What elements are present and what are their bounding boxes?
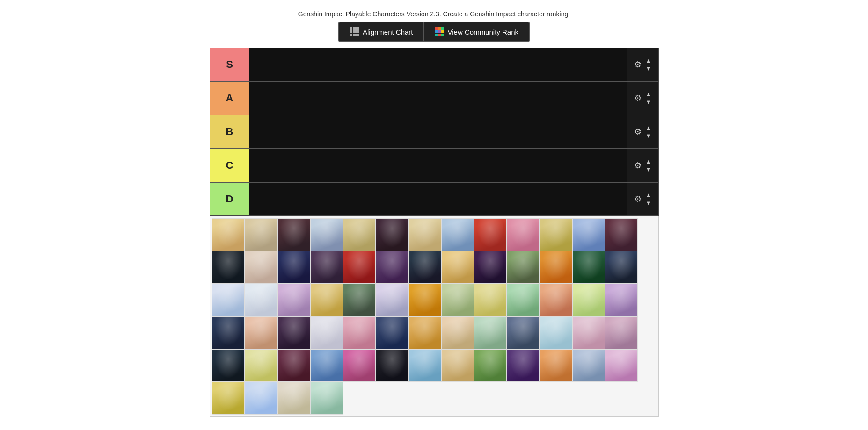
character-slot[interactable] <box>605 284 638 316</box>
character-slot[interactable] <box>212 316 245 349</box>
character-slot[interactable] <box>245 382 277 415</box>
character-slot[interactable] <box>343 349 376 382</box>
character-slot[interactable] <box>474 284 507 316</box>
tier-content-b[interactable] <box>249 115 627 148</box>
character-slot[interactable] <box>441 251 474 284</box>
character-slot[interactable] <box>212 382 245 415</box>
character-slot[interactable] <box>474 218 507 251</box>
settings-d-button[interactable]: ⚙ <box>633 193 642 205</box>
character-slot[interactable] <box>376 218 408 251</box>
settings-a-button[interactable]: ⚙ <box>633 92 642 104</box>
character-slot[interactable] <box>245 349 277 382</box>
character-slot[interactable] <box>343 251 376 284</box>
tier-label-s: S <box>210 48 249 81</box>
tier-row-a: A ⚙ ▲ ▼ <box>210 82 658 115</box>
settings-b-button[interactable]: ⚙ <box>633 126 642 138</box>
up-b-button[interactable]: ▲ <box>645 124 652 132</box>
tier-label-c: C <box>210 149 249 182</box>
down-c-button[interactable]: ▼ <box>645 165 652 173</box>
character-slot[interactable] <box>572 218 605 251</box>
up-c-button[interactable]: ▲ <box>645 158 652 165</box>
character-slot[interactable] <box>441 316 474 349</box>
character-slot[interactable] <box>277 349 310 382</box>
character-slot[interactable] <box>310 316 343 349</box>
down-b-button[interactable]: ▼ <box>645 132 652 140</box>
character-slot[interactable] <box>474 349 507 382</box>
character-slot[interactable] <box>540 218 572 251</box>
character-slot[interactable] <box>277 382 310 415</box>
community-rank-button[interactable]: View Community Rank <box>424 22 530 42</box>
character-slot[interactable] <box>310 218 343 251</box>
character-slot[interactable] <box>343 316 376 349</box>
down-s-button[interactable]: ▼ <box>645 64 652 72</box>
character-slot[interactable] <box>376 316 408 349</box>
character-slot[interactable] <box>540 251 572 284</box>
character-slot[interactable] <box>507 218 540 251</box>
tier-controls-d: ⚙ ▲ ▼ <box>627 183 658 215</box>
character-slot[interactable] <box>507 349 540 382</box>
button-bar: Alignment Chart View Community Rank <box>0 22 868 42</box>
character-slot[interactable] <box>376 284 408 316</box>
character-slot[interactable] <box>212 251 245 284</box>
character-slot[interactable] <box>572 251 605 284</box>
character-slot[interactable] <box>245 284 277 316</box>
character-slot[interactable] <box>408 218 441 251</box>
character-slot[interactable] <box>572 349 605 382</box>
character-slot[interactable] <box>212 349 245 382</box>
character-slot[interactable] <box>310 382 343 415</box>
character-slot[interactable] <box>474 251 507 284</box>
settings-s-button[interactable]: ⚙ <box>633 58 642 71</box>
character-slot[interactable] <box>572 284 605 316</box>
character-slot[interactable] <box>474 316 507 349</box>
up-a-button[interactable]: ▲ <box>645 90 652 98</box>
character-slot[interactable] <box>441 218 474 251</box>
tier-content-s[interactable] <box>249 48 627 81</box>
character-slot[interactable] <box>212 284 245 316</box>
character-slot[interactable] <box>507 284 540 316</box>
tier-content-a[interactable] <box>249 82 627 115</box>
character-slot[interactable] <box>212 218 245 251</box>
character-slot[interactable] <box>343 218 376 251</box>
character-slot[interactable] <box>540 316 572 349</box>
up-d-button[interactable]: ▲ <box>645 191 652 199</box>
character-slot[interactable] <box>277 316 310 349</box>
tier-content-c[interactable] <box>249 149 627 182</box>
character-slot[interactable] <box>572 316 605 349</box>
character-slot[interactable] <box>277 218 310 251</box>
character-slot[interactable] <box>408 284 441 316</box>
character-slot[interactable] <box>408 316 441 349</box>
character-slot[interactable] <box>310 284 343 316</box>
character-slot[interactable] <box>245 218 277 251</box>
character-slot[interactable] <box>408 349 441 382</box>
character-slot[interactable] <box>605 218 638 251</box>
character-slot[interactable] <box>376 251 408 284</box>
character-slot[interactable] <box>245 316 277 349</box>
tier-content-d[interactable] <box>249 183 627 215</box>
down-a-button[interactable]: ▼ <box>645 98 652 106</box>
character-slot[interactable] <box>343 284 376 316</box>
settings-c-button[interactable]: ⚙ <box>633 159 642 172</box>
character-slot[interactable] <box>507 251 540 284</box>
character-slot[interactable] <box>277 251 310 284</box>
tier-row-s: S ⚙ ▲ ▼ <box>210 48 658 82</box>
down-d-button[interactable]: ▼ <box>645 199 652 207</box>
character-pool[interactable] <box>210 216 659 417</box>
character-slot[interactable] <box>310 349 343 382</box>
up-s-button[interactable]: ▲ <box>645 57 652 64</box>
tier-row-d: D ⚙ ▲ ▼ <box>210 183 658 215</box>
character-slot[interactable] <box>310 251 343 284</box>
character-slot[interactable] <box>540 284 572 316</box>
character-slot[interactable] <box>540 349 572 382</box>
character-slot[interactable] <box>277 284 310 316</box>
character-slot[interactable] <box>245 251 277 284</box>
tier-controls-c: ⚙ ▲ ▼ <box>627 149 658 182</box>
character-slot[interactable] <box>441 284 474 316</box>
character-slot[interactable] <box>507 316 540 349</box>
character-slot[interactable] <box>376 349 408 382</box>
character-slot[interactable] <box>605 349 638 382</box>
character-slot[interactable] <box>441 349 474 382</box>
alignment-chart-button[interactable]: Alignment Chart <box>338 22 424 42</box>
character-slot[interactable] <box>605 316 638 349</box>
character-slot[interactable] <box>408 251 441 284</box>
character-slot[interactable] <box>605 251 638 284</box>
